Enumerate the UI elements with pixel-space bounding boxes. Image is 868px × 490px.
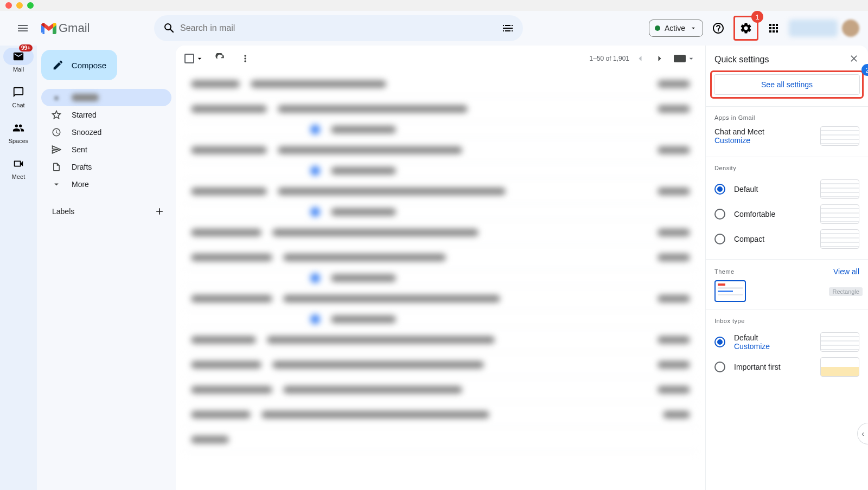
- labels-heading-text: Labels: [52, 207, 74, 216]
- see-all-settings-button[interactable]: See all settings: [714, 74, 860, 95]
- message-list-pane: 1–50 of 1,901: [176, 46, 705, 490]
- density-default-radio[interactable]: [714, 184, 725, 195]
- folder-sent[interactable]: Sent: [41, 141, 171, 158]
- see-all-highlight: See all settings: [710, 70, 864, 99]
- inbox-default-customize[interactable]: Customize: [734, 342, 812, 351]
- support-button[interactable]: [707, 17, 729, 39]
- keyboard-icon: [674, 55, 686, 62]
- inbox-default-label: Default: [734, 333, 812, 342]
- folder-sidebar: Compose ● Starred Snoozed Sent Drafts: [37, 46, 176, 490]
- inbox-icon: ●: [51, 93, 62, 102]
- qs-chat-meet-customize[interactable]: Customize: [714, 136, 764, 145]
- refresh-icon: [215, 53, 226, 64]
- rail-chat[interactable]: Chat: [3, 83, 34, 108]
- folder-drafts-label: Drafts: [72, 163, 92, 171]
- rail-spaces-label: Spaces: [9, 138, 29, 144]
- qs-theme-view-all[interactable]: View all: [833, 267, 859, 276]
- pencil-icon: [52, 59, 64, 71]
- qs-theme-heading: Theme: [714, 268, 735, 275]
- app-header: Gmail Active 1: [0, 11, 868, 46]
- close-icon: [848, 53, 859, 64]
- density-default-label: Default: [734, 185, 812, 194]
- refresh-button[interactable]: [209, 48, 231, 69]
- folder-starred[interactable]: Starred: [41, 106, 171, 124]
- gear-icon: [739, 22, 752, 35]
- chevron-left-icon: [635, 53, 646, 64]
- status-label: Active: [665, 24, 685, 33]
- left-rail: 99+ Mail Chat Spaces Meet: [0, 46, 37, 490]
- mail-unread-badge: 99+: [19, 44, 33, 51]
- macos-titlebar: [0, 0, 868, 11]
- density-compact-radio[interactable]: [714, 234, 725, 244]
- org-logo-blurred: [789, 20, 838, 37]
- folder-sent-label: Sent: [72, 145, 87, 154]
- compose-button[interactable]: Compose: [41, 50, 117, 80]
- status-active-dot: [655, 25, 660, 31]
- qs-density-heading: Density: [714, 165, 859, 171]
- density-compact-label: Compact: [734, 235, 812, 243]
- rail-mail[interactable]: 99+ Mail: [3, 48, 34, 73]
- hamburger-icon: [16, 22, 29, 35]
- density-comfortable-row[interactable]: Comfortable: [714, 202, 859, 227]
- search-bar[interactable]: [154, 15, 523, 41]
- presence-status-chip[interactable]: Active: [649, 20, 703, 37]
- gmail-logo-text: Gmail: [59, 21, 90, 35]
- rail-spaces[interactable]: Spaces: [3, 119, 34, 144]
- plus-icon[interactable]: [154, 206, 165, 217]
- folder-snoozed[interactable]: Snoozed: [41, 124, 171, 141]
- input-tools-button[interactable]: [671, 54, 699, 63]
- select-all-checkbox[interactable]: [182, 51, 206, 66]
- callout-badge-1: 1: [751, 11, 763, 23]
- window-minimize-dot[interactable]: [16, 2, 23, 9]
- search-input[interactable]: [180, 23, 497, 33]
- inbox-default-row[interactable]: Default Customize: [714, 330, 859, 354]
- folder-more[interactable]: More: [41, 176, 171, 193]
- help-icon: [712, 22, 725, 35]
- next-page-button[interactable]: [651, 50, 668, 67]
- search-icon[interactable]: [158, 22, 180, 35]
- folder-drafts[interactable]: Drafts: [41, 158, 171, 176]
- theme-default-thumb[interactable]: [714, 280, 746, 302]
- compose-label: Compose: [72, 61, 106, 70]
- window-close-dot[interactable]: [5, 2, 12, 9]
- pagination-range: 1–50 of 1,901: [590, 55, 629, 62]
- more-actions-button[interactable]: [234, 48, 256, 69]
- account-avatar[interactable]: [842, 20, 859, 37]
- qs-theme-section: Theme View all: [706, 259, 868, 310]
- google-apps-button[interactable]: [763, 17, 784, 39]
- clock-icon: [52, 127, 61, 137]
- density-compact-row[interactable]: Compact: [714, 227, 859, 252]
- inbox-important-radio[interactable]: [714, 362, 725, 372]
- main-area: 99+ Mail Chat Spaces Meet Compose ●: [0, 46, 868, 490]
- settings-button-highlight: 1: [733, 16, 758, 41]
- window-zoom-dot[interactable]: [27, 2, 34, 9]
- density-comfortable-label: Comfortable: [734, 210, 812, 218]
- prev-page-button[interactable]: [631, 50, 649, 67]
- inbox-default-radio[interactable]: [714, 337, 725, 347]
- close-quick-settings[interactable]: [848, 53, 859, 66]
- qs-apps-section: Apps in Gmail Chat and Meet Customize: [706, 106, 868, 157]
- rail-meet[interactable]: Meet: [3, 155, 34, 180]
- qs-inbox-type-heading: Inbox type: [714, 318, 859, 324]
- density-default-preview: [820, 179, 859, 199]
- inbox-important-row[interactable]: Important first: [714, 354, 859, 379]
- spaces-icon: [12, 122, 24, 134]
- see-all-settings-label: See all settings: [761, 80, 813, 89]
- density-compact-preview: [820, 229, 859, 249]
- rail-mail-label: Mail: [13, 66, 24, 73]
- search-options-icon[interactable]: [497, 22, 519, 35]
- meet-icon: [12, 158, 24, 170]
- folder-inbox[interactable]: ●: [41, 89, 171, 106]
- labels-heading[interactable]: Labels: [41, 201, 171, 222]
- more-vert-icon: [240, 53, 251, 64]
- main-menu-button[interactable]: [10, 15, 36, 41]
- gmail-logo[interactable]: Gmail: [41, 21, 139, 35]
- density-comfortable-radio[interactable]: [714, 209, 725, 220]
- gmail-logo-icon: [41, 22, 56, 34]
- folder-snoozed-label: Snoozed: [72, 128, 101, 137]
- chevron-down-icon: [687, 54, 695, 63]
- density-default-row[interactable]: Default: [714, 177, 859, 202]
- folder-inbox-label: [72, 94, 99, 101]
- draft-icon: [52, 162, 61, 172]
- quick-settings-title: Quick settings: [714, 55, 769, 65]
